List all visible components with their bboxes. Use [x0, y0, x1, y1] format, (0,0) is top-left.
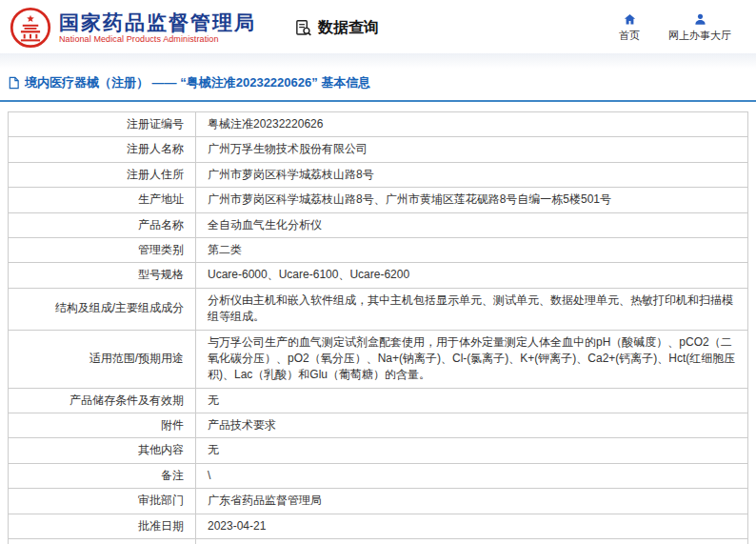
table-row: 产品名称全自动血气生化分析仪: [9, 212, 748, 237]
user-icon: [693, 12, 707, 27]
row-label: 注册证编号: [9, 112, 196, 137]
row-label: 注册人住所: [9, 162, 196, 187]
row-label: 型号规格: [9, 263, 196, 288]
data-query-icon: [294, 19, 312, 37]
document-icon: [8, 76, 20, 90]
table-row: 结构及组成/主要组成成分分析仪由主机和嵌入软件组成，其中主机包括显示单元、测试单…: [9, 288, 748, 330]
table-row: 型号规格Ucare-6000、Ucare-6100、Ucare-6200: [9, 263, 748, 288]
brand-text: 国家药品监督管理局 National Medical Products Admi…: [59, 11, 256, 44]
row-label: 生产地址: [9, 188, 196, 212]
row-value: 广州万孚生物技术股份有限公司: [196, 137, 748, 162]
row-label: 结构及组成/主要组成成分: [9, 288, 196, 330]
row-value: 无: [196, 438, 748, 463]
table-row: 适用范围/预期用途与万孚公司生产的血气测定试剂盒配套使用，用于体外定量测定人体全…: [9, 330, 748, 388]
row-value: 无: [196, 388, 748, 413]
row-value: 产品技术要求: [196, 413, 748, 438]
row-value: 2023-04-21: [196, 539, 748, 544]
nmpa-emblem-logo: [10, 7, 51, 49]
header-divider: [0, 53, 756, 69]
device-info-table: 注册证编号粤械注准20232220626注册人名称广州万孚生物技术股份有限公司注…: [8, 111, 748, 544]
row-value: Ucare-6000、Ucare-6100、Ucare-6200: [196, 263, 748, 288]
row-value: 广州市萝岗区科学城荔枝山路8号、广州市黄埔区莲花砚路8号自编一栋5楼501号: [196, 188, 748, 212]
row-label: 产品名称: [9, 212, 196, 237]
row-value: \: [196, 463, 748, 488]
nav-home[interactable]: 首页: [619, 12, 640, 43]
row-label: 批准日期: [9, 514, 196, 538]
table-row: 管理类别第二类: [9, 237, 748, 262]
table-row: 备注\: [9, 463, 748, 488]
row-value: 2023-04-21: [196, 514, 748, 538]
brand: 国家药品监督管理局 National Medical Products Admi…: [10, 7, 256, 49]
header: 国家药品监督管理局 National Medical Products Admi…: [0, 0, 756, 53]
data-query-title: 数据查询: [294, 18, 379, 38]
home-icon: [623, 12, 637, 27]
table-row: 生效日期2023-04-21: [9, 539, 748, 544]
row-value: 第二类: [196, 237, 748, 262]
agency-name-cn: 国家药品监督管理局: [59, 11, 256, 34]
page-title: 境内医疗器械（注册） —— “粤械注准20232220626” 基本信息: [25, 74, 370, 91]
table-row: 产品储存条件及有效期无: [9, 388, 748, 413]
nav-home-label: 首页: [619, 29, 640, 43]
row-label: 注册人名称: [9, 137, 196, 162]
row-label: 审批部门: [9, 489, 196, 514]
table-row: 附件产品技术要求: [9, 413, 748, 438]
table-row: 注册人住所广州市萝岗区科学城荔枝山路8号: [9, 162, 748, 187]
row-value: 分析仪由主机和嵌入软件组成，其中主机包括显示单元、测试单元、数据处理单元、热敏打…: [196, 288, 748, 330]
table-row: 注册人名称广州万孚生物技术股份有限公司: [9, 137, 748, 162]
row-label: 生效日期: [9, 539, 196, 544]
row-label: 其他内容: [9, 438, 196, 463]
table-row: 其他内容无: [9, 438, 748, 463]
table-row: 注册证编号粤械注准20232220626: [9, 112, 748, 137]
row-value: 广州市萝岗区科学城荔枝山路8号: [196, 162, 748, 187]
table-row: 批准日期2023-04-21: [9, 514, 748, 538]
info-table-body: 注册证编号粤械注准20232220626注册人名称广州万孚生物技术股份有限公司注…: [9, 112, 748, 544]
row-value: 全自动血气生化分析仪: [196, 212, 748, 237]
row-value: 与万孚公司生产的血气测定试剂盒配套使用，用于体外定量测定人体全血中的pH（酸碱度…: [196, 330, 748, 388]
agency-name-en: National Medical Products Administration: [59, 34, 256, 44]
nav-online-hall-label: 网上办事大厅: [668, 29, 731, 43]
row-value: 广东省药品监督管理局: [196, 489, 748, 514]
row-label: 备注: [9, 463, 196, 488]
table-row: 审批部门广东省药品监督管理局: [9, 489, 748, 514]
row-label: 适用范围/预期用途: [9, 330, 196, 388]
data-query-label: 数据查询: [318, 18, 379, 38]
breadcrumb: 境内医疗器械（注册） —— “粤械注准20232220626” 基本信息: [0, 69, 756, 102]
row-label: 产品储存条件及有效期: [9, 388, 196, 413]
row-value: 粤械注准20232220626: [196, 112, 748, 137]
nav-online-hall[interactable]: 网上办事大厅: [668, 12, 731, 43]
row-label: 管理类别: [9, 237, 196, 262]
top-nav: 首页 网上办事大厅: [619, 12, 743, 43]
row-label: 附件: [9, 413, 196, 438]
table-row: 生产地址广州市萝岗区科学城荔枝山路8号、广州市黄埔区莲花砚路8号自编一栋5楼50…: [9, 188, 748, 212]
